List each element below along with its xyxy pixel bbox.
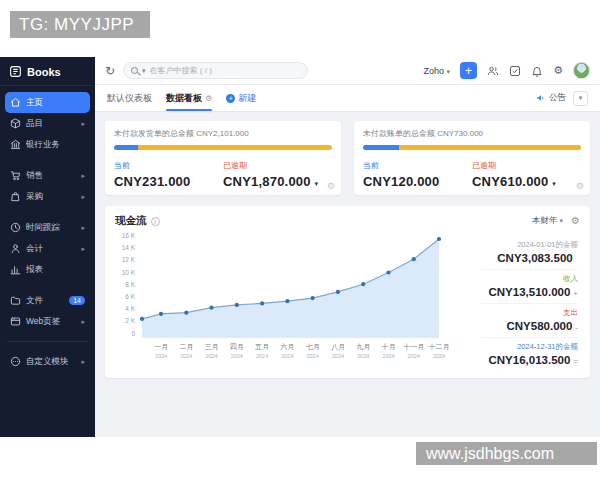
overdue-amount[interactable]: 已逾期 CNY610.000 ▾ <box>472 160 581 189</box>
sidebar: Books 主页品目▸银行业务销售▸采购▸时间跟踪▸会计▸报表文件14Web页签… <box>0 57 95 437</box>
chevron-right-icon: ▸ <box>81 193 85 201</box>
sidebar-item-主页[interactable]: 主页 <box>5 92 90 113</box>
summary-operator: + <box>573 289 578 298</box>
cashflow-header: 现金流 i 本财年 ▾ ⚙ <box>115 214 580 228</box>
info-icon[interactable]: i <box>151 217 160 226</box>
documents-folder-icon <box>10 295 21 306</box>
summary-label: 2024-01-01的金额 <box>481 240 578 250</box>
sidebar-item-自定义模块[interactable]: 自定义模块▸ <box>5 351 90 372</box>
avatar[interactable] <box>573 62 590 79</box>
items-box-icon <box>10 118 21 129</box>
summary-operator: = <box>573 357 578 366</box>
current-value: CNY120.000 <box>363 174 472 189</box>
y-tick-label: 4 K <box>115 306 135 313</box>
receivables-card: 未付款发货单的总金额 CNY2,101.000 当前 CNY231.000 已逾… <box>105 121 341 195</box>
panel-dropdown-button[interactable]: ▾ <box>573 91 588 106</box>
sidebar-item-label: 文件 <box>26 295 43 307</box>
documents-count-badge: 14 <box>69 296 85 305</box>
current-amount: 当前 CNY231.000 <box>114 160 223 189</box>
cashflow-summary-item: 2024-12-31的金额CNY16,013.500= <box>481 338 578 371</box>
quick-create-button[interactable]: + <box>460 62 477 79</box>
bell-icon[interactable] <box>531 65 543 77</box>
sidebar-item-采购[interactable]: 采购▸ <box>5 186 90 207</box>
card-title: 未付款发货单的总金额 CNY2,101.000 <box>114 128 332 139</box>
sidebar-item-label: 银行业务 <box>26 139 60 151</box>
chevron-right-icon: ▸ <box>81 318 85 326</box>
app-window: Books 主页品目▸银行业务销售▸采购▸时间跟踪▸会计▸报表文件14Web页签… <box>0 57 600 437</box>
chevron-right-icon: ▸ <box>81 245 85 253</box>
sidebar-item-销售[interactable]: 销售▸ <box>5 165 90 186</box>
sidebar-item-时间跟踪[interactable]: 时间跟踪▸ <box>5 217 90 238</box>
current-amount: 当前 CNY120.000 <box>363 160 472 189</box>
chevron-down-icon[interactable]: ▾ <box>552 180 556 187</box>
users-icon[interactable] <box>487 65 499 77</box>
overdue-value: CNY1,870.000 <box>223 174 311 189</box>
summary-label: 支出 <box>481 308 578 318</box>
org-switcher[interactable]: Zoho ▾ <box>424 66 451 76</box>
tab-data-dashboard[interactable]: 数据看板⚙ <box>166 85 212 111</box>
search-icon <box>131 67 138 74</box>
overdue-label: 已逾期 <box>223 160 332 171</box>
dashboard-content: 未付款发货单的总金额 CNY2,101.000 当前 CNY231.000 已逾… <box>95 112 600 437</box>
y-tick-label: 2 K <box>115 318 135 325</box>
sidebar-item-文件[interactable]: 文件14 <box>5 290 90 311</box>
tab-settings-gear-icon[interactable]: ⚙ <box>205 94 212 103</box>
chevron-down-icon: ▾ <box>447 68 451 75</box>
sidebar-item-报表[interactable]: 报表 <box>5 259 90 280</box>
y-tick-label: 6 K <box>115 294 135 301</box>
summary-label: 收入 <box>481 274 578 284</box>
search-input[interactable] <box>150 66 280 75</box>
sidebar-item-银行业务[interactable]: 银行业务 <box>5 134 90 155</box>
card-amounts: 当前 CNY231.000 已逾期 CNY1,870.000 ▾ <box>114 160 332 189</box>
chevron-down-icon[interactable]: ▾ <box>315 180 319 187</box>
topbar: ↻ ▾ Zoho ▾ + ⚙ <box>95 57 600 85</box>
purchases-bag-icon <box>10 191 21 202</box>
sidebar-item-label: 时间跟踪 <box>26 222 60 234</box>
cashflow-line-chart[interactable] <box>139 236 465 342</box>
current-value: CNY231.000 <box>114 174 223 189</box>
summary-operator: - <box>575 323 578 332</box>
sidebar-item-label: 自定义模块 <box>26 356 69 368</box>
chevron-right-icon: ▸ <box>81 224 85 232</box>
home-icon <box>10 97 21 108</box>
topbar-right: Zoho ▾ + ⚙ <box>424 62 590 79</box>
watermark-top: TG: MYYJJPP <box>10 11 150 38</box>
card-settings-gear-icon[interactable]: ⚙ <box>576 182 584 191</box>
sidebar-item-label: 主页 <box>26 97 43 109</box>
sidebar-item-label: 会计 <box>26 243 43 255</box>
payables-card: 未付款账单的总金额 CNY730.000 当前 CNY120.000 已逾期 C… <box>354 121 590 195</box>
bank-icon <box>10 139 21 150</box>
y-axis-ticks: 16 K14 K12 K10 K8 K6 K4 K2 K0 <box>115 234 135 338</box>
sidebar-item-label: 报表 <box>26 264 43 276</box>
summary-value: CNY580.000- <box>481 320 578 332</box>
search-scope-caret[interactable]: ▾ <box>142 67 146 75</box>
summary-value: CNY3,083.500 <box>481 252 578 264</box>
cashflow-widget: 现金流 i 本财年 ▾ ⚙ 16 K14 K12 K10 K8 K6 K4 K2… <box>105 206 590 378</box>
books-logo-icon <box>9 65 22 78</box>
card-title: 未付款账单的总金额 CNY730.000 <box>363 128 581 139</box>
current-label: 当前 <box>363 160 472 171</box>
cashflow-chart[interactable]: 16 K14 K12 K10 K8 K6 K4 K2 K0一月2024二月202… <box>115 234 467 368</box>
cashflow-settings-gear-icon[interactable]: ⚙ <box>571 216 580 226</box>
sidebar-item-会计[interactable]: 会计▸ <box>5 238 90 259</box>
card-settings-gear-icon[interactable]: ⚙ <box>327 182 335 191</box>
app-logo: Books <box>0 57 95 86</box>
x-axis-label: 十二月2024 <box>424 342 454 359</box>
overdue-amount[interactable]: 已逾期 CNY1,870.000 ▾ <box>223 160 332 189</box>
custom-modules-icon <box>10 356 21 367</box>
gear-icon[interactable]: ⚙ <box>553 65 563 76</box>
sales-cart-icon <box>10 170 21 181</box>
cashflow-body: 16 K14 K12 K10 K8 K6 K4 K2 K0一月2024二月202… <box>115 234 580 371</box>
card-amounts: 当前 CNY120.000 已逾期 CNY610.000 ▾ <box>363 160 581 189</box>
period-selector[interactable]: 本财年 ▾ <box>532 215 563 227</box>
sidebar-item-Web页签[interactable]: Web页签▸ <box>5 311 90 332</box>
new-dashboard-button[interactable]: +新建 <box>226 92 256 105</box>
sidebar-item-品目[interactable]: 品目▸ <box>5 113 90 134</box>
search-box[interactable]: ▾ <box>123 62 308 79</box>
tasks-icon[interactable] <box>509 65 521 77</box>
history-icon[interactable]: ↻ <box>105 65 115 77</box>
cashflow-summary-item: 收入CNY13,510.000+ <box>481 270 578 304</box>
sidebar-nav: 主页品目▸银行业务销售▸采购▸时间跟踪▸会计▸报表文件14Web页签▸自定义模块… <box>0 86 95 378</box>
tab-default-dashboard[interactable]: 默认仪表板 <box>107 85 152 111</box>
announcements-button[interactable]: 公告 <box>536 92 566 104</box>
